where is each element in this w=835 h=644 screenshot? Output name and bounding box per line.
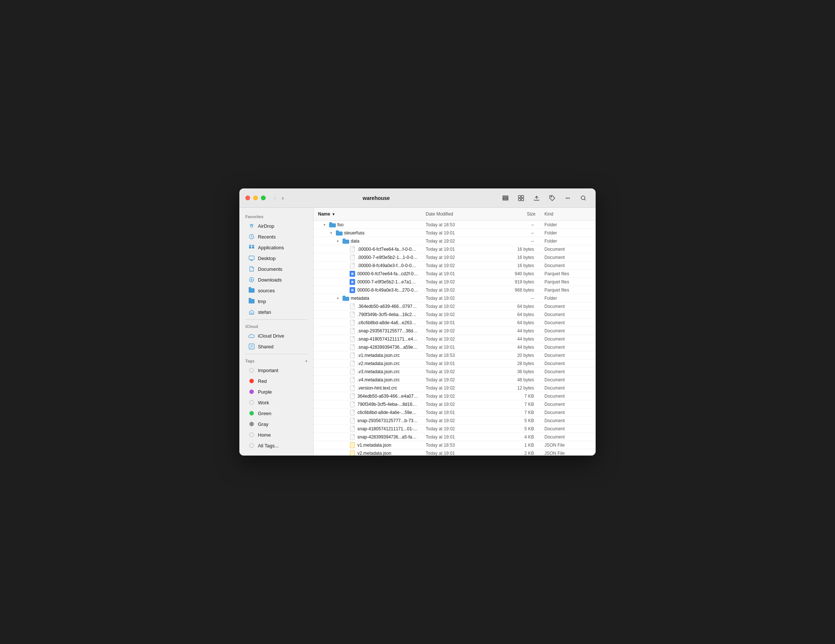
table-row[interactable]: .00000-7-e9f3e5b2-1...1-0-00001.parquet.… [314,253,596,261]
share-button[interactable] [530,193,543,203]
file-name-text: .snap-2935673125577...38d16c2292d.avro.c… [357,328,418,334]
table-row[interactable]: .v2.metadata.json.crc Today at 19:01 28 … [314,360,596,368]
col-size[interactable]: Size [495,210,540,218]
col-date[interactable]: Date Modified [421,210,495,218]
svg-rect-4 [521,196,524,198]
table-row[interactable]: v1.metadata.json Today at 18:53 1 KB JSO… [314,441,596,449]
sidebar-all-tags-label: All Tags... [258,443,279,448]
sidebar-item-shared[interactable]: Shared [242,341,310,352]
col-name[interactable]: Name ▼ [314,210,421,218]
table-row[interactable]: ▾ foo Today at 18:53 -- Folder [314,221,596,229]
sidebar-item-purple[interactable]: Purple [242,386,310,397]
sidebar-item-downloads[interactable]: Downloads [242,274,310,285]
table-row[interactable]: snap-2935673125777...b-738d16c2292d.avro… [314,417,596,425]
sidebar-item-work[interactable]: Work [242,397,310,408]
sidebar-item-documents[interactable]: Documents [242,264,310,274]
file-icon [349,442,355,448]
shared-icon [248,343,255,350]
table-row[interactable]: snap-41805741211171...01-5e4a0797c75b.av… [314,425,596,433]
sidebar-item-icloud-drive[interactable]: iCloud Drive [242,331,310,341]
table-row[interactable]: ▾ steuerfuss Today at 19:01 -- Folder [314,229,596,237]
close-button[interactable] [245,196,250,200]
table-row[interactable]: .00000-6-fcf7ee64-fa...f-0-00001.parquet… [314,245,596,253]
sidebar-item-desktop[interactable]: Desktop [242,253,310,263]
table-row[interactable]: c6c6b8bd-a8de-4a6e-...59e263e328-m0.avro… [314,409,596,417]
table-row[interactable]: .v3.metadata.json.crc Today at 19:02 36 … [314,368,596,376]
sidebar-item-applications[interactable]: Applications [242,242,310,253]
table-row[interactable]: ▤ 00000-8-fc49a0e3-fc...270-0-00001.parq… [314,286,596,294]
sort-arrow-icon: ▼ [332,212,335,216]
sidebar-sources-label: sources [258,288,275,294]
more-button[interactable] [562,193,574,203]
sidebar-item-stefan[interactable]: stefan [242,307,310,317]
table-row[interactable]: ▾ data Today at 19:02 -- Folder [314,237,596,245]
table-row[interactable]: snap-428399394736...a5-fa59e263e328.avro… [314,433,596,441]
icloud-icon [248,333,255,339]
file-name-cell: 364edb50-a639-466...e4a0797c75b-m0.avro [314,393,421,400]
table-row[interactable]: ▾ metadata Today at 19:02 -- Folder [314,294,596,302]
disclosure-open-icon[interactable]: ▾ [322,222,327,227]
sidebar-item-airdrop[interactable]: AirDrop [242,221,310,231]
table-row[interactable]: .snap-41805741211171...e4a0797c75b.avro.… [314,335,596,343]
file-size: 7 KB [495,409,540,416]
sidebar-item-gray[interactable]: Gray [242,419,310,429]
table-row[interactable]: ▤ 00000-6-fcf7ee64-fa...cd2f-0-00001.par… [314,270,596,278]
file-icon [329,222,335,228]
sidebar-item-sources[interactable]: sources [242,285,310,296]
col-kind[interactable]: Kind [540,210,596,218]
file-icon [336,230,342,236]
view-list-button[interactable] [499,193,512,203]
table-row[interactable]: .snap-428399394736...a59e263e328.avro.cr… [314,343,596,351]
table-row[interactable]: .364edb50-a639-466...0797c75b-m0.avro.cr… [314,302,596,310]
tag-button[interactable] [546,193,559,203]
table-row[interactable]: .00000-8-fc49a0e3-f...0-0-00001.parquet.… [314,261,596,270]
file-icon [349,426,355,432]
table-row[interactable]: .790f349b-3cf5-4eba...16c2292d-m0.avro.c… [314,310,596,319]
table-row[interactable]: .version-hint.text.crc Today at 19:02 12… [314,384,596,392]
sidebar-item-recents[interactable]: Recents [242,232,310,242]
table-row[interactable]: .v1.metadata.json.crc Today at 18:53 20 … [314,351,596,360]
sidebar-item-green[interactable]: Green [242,408,310,419]
file-icon [349,344,355,350]
file-icon [349,401,355,407]
table-row[interactable]: .c6c6b8bd-a8de-4a6...e263e328-m0.avro.cr… [314,319,596,327]
disclosure-open-icon[interactable]: ▾ [328,230,334,235]
file-name-cell: ▤ 00000-8-fc49a0e3-fc...270-0-00001.parq… [314,286,421,294]
sidebar-item-all-tags[interactable]: All Tags... [242,440,310,451]
sidebar-item-tmp[interactable]: tmp [242,296,310,307]
documents-icon [248,266,255,272]
table-row[interactable]: .snap-2935673125577...38d16c2292d.avro.c… [314,327,596,335]
file-kind: Folder [540,230,596,236]
disclosure-open-icon[interactable]: ▾ [335,296,340,301]
search-button[interactable] [577,193,590,203]
table-row[interactable]: 364edb50-a639-466...e4a0797c75b-m0.avro … [314,392,596,400]
file-date: Today at 19:02 [421,401,495,408]
file-icon [349,418,355,423]
file-size: 7 KB [495,393,540,399]
sidebar-item-home-tag[interactable]: Home [242,430,310,440]
file-name-cell: .v4.metadata.json.crc [314,376,421,384]
disclosure-open-icon[interactable]: ▾ [335,238,340,244]
file-icon [349,369,355,375]
sidebar-gray-label: Gray [258,422,268,427]
file-size: 919 bytes [495,279,540,285]
view-grid-button[interactable] [515,193,527,203]
titlebar: ‹ › warehouse [239,188,596,208]
tags-chevron-icon[interactable]: ▾ [305,359,307,363]
file-kind: JSON File [540,450,596,456]
file-size: 7 KB [495,401,540,408]
table-row[interactable]: ▤ 00000-7-e9f3e5b2-1...e7a11-0-00001.par… [314,278,596,286]
table-row[interactable]: 790f349b-3cf5-4eba-...8d16c2292d-m0.avro… [314,400,596,409]
sidebar-stefan-label: stefan [258,309,271,315]
table-row[interactable]: v2.metadata.json Today at 19:01 2 KB JSO… [314,449,596,456]
file-date: Today at 19:02 [421,385,495,391]
table-row[interactable]: .v4.metadata.json.crc Today at 19:02 48 … [314,376,596,384]
sidebar-item-red[interactable]: Red [242,376,310,386]
file-size: -- [495,230,540,236]
file-name-text: v2.metadata.json [357,451,391,456]
file-icon [349,328,355,334]
file-name-text: .v3.metadata.json.crc [357,369,400,374]
file-kind: Parquet files [540,287,596,294]
file-kind: Document [540,401,596,408]
sidebar-item-important[interactable]: Important [242,365,310,375]
